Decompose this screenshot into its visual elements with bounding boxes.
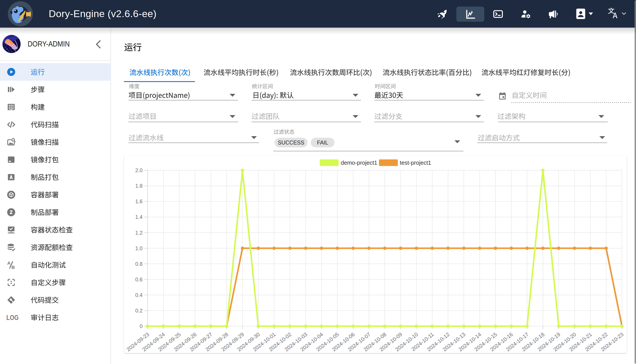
svg-text:A: A — [7, 260, 10, 266]
svg-text:1.6: 1.6 — [135, 198, 142, 204]
svg-text:0.2: 0.2 — [135, 308, 142, 314]
svg-text:1.8: 1.8 — [135, 183, 142, 189]
svg-text:0.4: 0.4 — [135, 292, 142, 298]
svg-text:1.2: 1.2 — [135, 230, 142, 236]
svg-text:demo-project1: demo-project1 — [341, 160, 377, 166]
svg-text:1.4: 1.4 — [135, 214, 142, 220]
svg-text:B: B — [12, 265, 15, 269]
svg-text:1.0: 1.0 — [135, 245, 142, 251]
svg-text:test-project1: test-project1 — [400, 160, 431, 166]
svg-text:2.0: 2.0 — [135, 167, 142, 173]
svg-text:0: 0 — [140, 323, 142, 329]
svg-text:0.8: 0.8 — [135, 261, 142, 267]
svg-text:0.6: 0.6 — [135, 276, 142, 282]
